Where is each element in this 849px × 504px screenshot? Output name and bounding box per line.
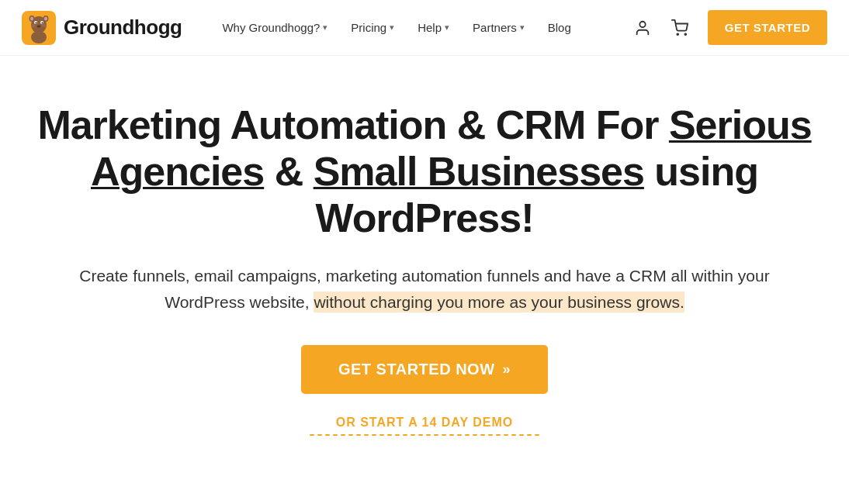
chevrons-icon: » [503, 361, 511, 378]
highlight-text: without charging you more as your busine… [314, 292, 684, 312]
brand-name: Groundhogg [64, 16, 182, 40]
svg-point-13 [42, 24, 47, 27]
hero-subtitle: Create funnels, email campaigns, marketi… [44, 263, 805, 315]
chevron-down-icon: ▾ [445, 22, 449, 33]
logo-link[interactable]: Groundhogg [22, 11, 182, 45]
demo-underline [35, 434, 814, 436]
hero-title: Marketing Automation & CRM For Serious A… [35, 102, 814, 241]
nav-item-partners[interactable]: Partners ▾ [463, 15, 534, 40]
nav-icons [630, 16, 692, 40]
account-icon[interactable] [630, 16, 655, 40]
svg-point-4 [36, 22, 37, 23]
logo-icon [22, 11, 56, 45]
svg-point-16 [684, 33, 686, 35]
cart-icon[interactable] [667, 16, 692, 40]
get-started-nav-button[interactable]: GET STARTED [708, 10, 827, 45]
svg-point-14 [639, 21, 645, 26]
svg-point-10 [44, 16, 47, 20]
hero-section: Marketing Automation & CRM For Serious A… [13, 56, 836, 475]
chevron-down-icon: ▾ [390, 22, 394, 33]
svg-point-12 [31, 24, 36, 27]
nav-links: Why Groundhogg? ▾ Pricing ▾ Help ▾ Partn… [213, 15, 617, 40]
navbar: Groundhogg Why Groundhogg? ▾ Pricing ▾ H… [0, 0, 849, 56]
svg-point-5 [42, 22, 43, 23]
dashed-underline [310, 434, 539, 436]
nav-item-why[interactable]: Why Groundhogg? ▾ [213, 15, 337, 40]
get-started-hero-button[interactable]: GET STARTED NOW » [301, 345, 548, 394]
demo-link[interactable]: OR START A 14 DAY DEMO [35, 416, 814, 430]
nav-item-blog[interactable]: Blog [539, 15, 580, 40]
svg-point-6 [37, 25, 41, 27]
nav-item-help[interactable]: Help ▾ [408, 15, 459, 40]
chevron-down-icon: ▾ [520, 22, 525, 33]
chevron-down-icon: ▾ [323, 22, 327, 33]
nav-item-pricing[interactable]: Pricing ▾ [341, 15, 404, 40]
svg-point-11 [31, 31, 47, 43]
svg-point-9 [30, 16, 33, 20]
svg-point-15 [677, 33, 678, 35]
